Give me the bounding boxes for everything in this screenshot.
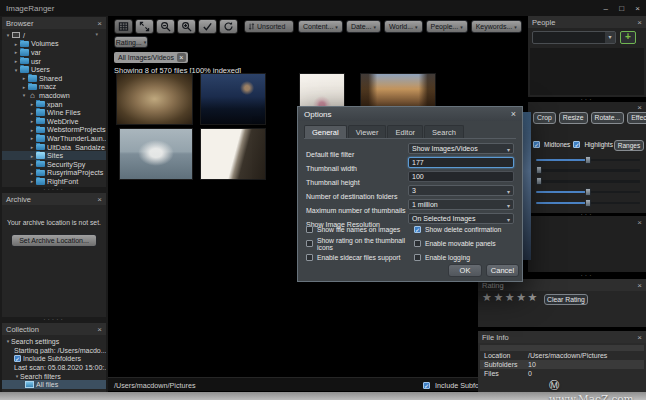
expander-icon[interactable]: ▸ bbox=[29, 110, 35, 116]
close-icon[interactable]: × bbox=[637, 18, 642, 27]
tree-item-usr[interactable]: ▸usr bbox=[2, 57, 106, 66]
refresh-button[interactable] bbox=[219, 19, 238, 34]
tree-item-xpan[interactable]: ▸xpan bbox=[2, 100, 106, 109]
star-icon[interactable]: ★ bbox=[493, 291, 504, 303]
midtones-checkbox[interactable]: ✓Midtones bbox=[533, 141, 570, 148]
panel-splitter[interactable]: ··· bbox=[528, 273, 646, 278]
star-icon[interactable]: ★ bbox=[528, 291, 539, 303]
expander-icon[interactable]: ▾ bbox=[13, 67, 19, 73]
expander-icon[interactable]: ▸ bbox=[29, 144, 35, 150]
tree-item-webstormprojects[interactable]: ▸WebstormProjects bbox=[2, 126, 106, 135]
expander-icon[interactable]: ▸ bbox=[21, 84, 27, 90]
collection-item-all-files[interactable]: All files bbox=[2, 380, 106, 389]
slider-handle[interactable] bbox=[585, 199, 591, 207]
expander-icon[interactable]: ▸ bbox=[29, 127, 35, 133]
tree-item-rusyrimaprojects[interactable]: ▸RusyrimaProjects bbox=[2, 169, 106, 178]
slider-handle[interactable] bbox=[585, 188, 591, 196]
close-icon[interactable]: × bbox=[97, 195, 102, 204]
minimize-button[interactable]: – bbox=[604, 4, 608, 13]
adjustment-slider[interactable] bbox=[536, 198, 640, 207]
chevron-down-icon[interactable]: ▾ bbox=[605, 32, 615, 43]
resize-button[interactable]: Resize bbox=[559, 112, 588, 124]
expander-icon[interactable]: ▸ bbox=[29, 135, 35, 141]
expander-icon[interactable]: ▸ bbox=[21, 75, 27, 81]
collection-item-search-settings[interactable]: ▾Search settings bbox=[2, 337, 106, 346]
expander-icon[interactable]: ▸ bbox=[13, 49, 19, 55]
expander-icon[interactable]: ▸ bbox=[29, 153, 35, 159]
close-icon[interactable]: × bbox=[511, 109, 516, 119]
show-rating-on-the-thumbnail-icons-checkbox[interactable]: Show rating on the thumbnail icons bbox=[306, 237, 412, 251]
tree-item-root[interactable]: ▾/ bbox=[2, 31, 106, 40]
enable-movable-panels-checkbox[interactable]: Enable movable panels bbox=[414, 237, 514, 251]
set-archive-location-button[interactable]: Set Archive Location... bbox=[11, 234, 97, 247]
default-file-filter-dropdown[interactable]: Show Images/Videos▾ bbox=[408, 143, 514, 154]
tree-item-warthunderlaun[interactable]: ▸WarThunderLaun... bbox=[2, 134, 106, 143]
close-icon[interactable]: × bbox=[97, 325, 102, 334]
show-image-resolution-dropdown[interactable]: On Selected Images▾ bbox=[408, 213, 514, 224]
tree-item-macdown[interactable]: ▾⌂macdown bbox=[2, 91, 106, 100]
maximum-number-of-thumbnails-dropdown[interactable]: 1 million▾ bbox=[408, 199, 514, 210]
show-file-names-on-images-checkbox[interactable]: Show file names on images bbox=[306, 226, 412, 233]
tree-item-var[interactable]: ▸var bbox=[2, 48, 106, 57]
effects-button[interactable]: Effects... bbox=[627, 112, 646, 124]
tab-search[interactable]: Search bbox=[424, 125, 464, 139]
select-check-button[interactable] bbox=[198, 19, 217, 34]
include-subfolders-checkbox[interactable]: ✓ Include Subfolders bbox=[423, 381, 481, 390]
slider-handle[interactable] bbox=[536, 166, 542, 174]
expander-icon[interactable]: ▸ bbox=[13, 41, 19, 47]
expander-icon[interactable]: ▸ bbox=[29, 170, 35, 176]
expander-icon[interactable]: ▾ bbox=[21, 92, 27, 98]
checkbox-icon[interactable]: ✓ bbox=[423, 382, 430, 389]
tree-item-macz[interactable]: ▸macz bbox=[2, 83, 106, 92]
enable-logging-checkbox[interactable]: Enable logging bbox=[414, 254, 514, 261]
close-icon[interactable]: × bbox=[97, 19, 102, 28]
tab-general[interactable]: General bbox=[304, 125, 347, 139]
ok-button[interactable]: OK bbox=[448, 264, 482, 277]
active-filter-chip[interactable]: All Images/Videos × bbox=[114, 52, 188, 63]
number-of-destination-folders-dropdown[interactable]: 3▾ bbox=[408, 185, 514, 196]
panel-splitter[interactable]: ····· bbox=[0, 317, 108, 322]
expander-icon[interactable]: ▸ bbox=[29, 178, 35, 184]
zoom-in-button[interactable] bbox=[177, 19, 196, 34]
grid-view-button[interactable] bbox=[114, 19, 133, 34]
star-icon[interactable]: ★ bbox=[516, 291, 527, 303]
thumbnail-white-abstract[interactable] bbox=[200, 128, 266, 180]
expander-icon[interactable]: ▸ bbox=[13, 58, 19, 64]
tree-item-securityspy[interactable]: ▸SecuritySpy bbox=[2, 160, 106, 169]
tab-editor[interactable]: Editor bbox=[387, 125, 423, 139]
adjustment-slider[interactable] bbox=[536, 166, 640, 175]
tab-viewer[interactable]: Viewer bbox=[348, 125, 387, 139]
collection-item-include-subfolders[interactable]: ✓Include Subfolders bbox=[2, 354, 106, 363]
content-button[interactable]: Content...▾ bbox=[298, 20, 343, 33]
close-icon[interactable]: × bbox=[637, 218, 642, 227]
tree-item-wine-files[interactable]: ▸Wine Files bbox=[2, 108, 106, 117]
highlights-checkbox[interactable]: ✓Highlights bbox=[573, 141, 613, 148]
rotate-button[interactable]: Rotate... bbox=[591, 112, 625, 124]
people-button[interactable]: People...▾ bbox=[426, 20, 468, 33]
thumbnail-mountain-lake[interactable] bbox=[119, 128, 193, 180]
expander-icon[interactable]: ▸ bbox=[29, 101, 35, 107]
crop-button[interactable]: Crop bbox=[533, 112, 556, 124]
sort-dropdown[interactable]: Unsorted bbox=[244, 20, 294, 33]
expander-icon[interactable]: ▸ bbox=[29, 118, 35, 124]
collection-item-search-filters[interactable]: ▾Search filters bbox=[2, 372, 106, 381]
tree-item-sites[interactable]: ▸Sites bbox=[2, 151, 106, 160]
rating-filter-button[interactable]: Rating... ▾ bbox=[114, 36, 148, 48]
adjustment-slider[interactable] bbox=[536, 155, 640, 164]
tree-item-users[interactable]: ▾Users bbox=[2, 65, 106, 74]
zoom-out-button[interactable] bbox=[156, 19, 175, 34]
close-icon[interactable]: × bbox=[637, 281, 642, 290]
tree-item-volumes[interactable]: ▸Volumes bbox=[2, 40, 106, 49]
thumbnail-height-input[interactable]: 100 bbox=[408, 171, 514, 182]
thumbnail-antique-map[interactable] bbox=[116, 73, 193, 125]
maximize-button[interactable]: □ bbox=[619, 4, 624, 13]
slider-handle[interactable] bbox=[536, 177, 542, 185]
tree-item-shared[interactable]: ▸Shared bbox=[2, 74, 106, 83]
checkbox-icon[interactable]: ✓ bbox=[14, 355, 21, 362]
adjustment-slider[interactable] bbox=[536, 177, 640, 186]
dialog-titlebar[interactable]: Options × bbox=[298, 107, 522, 121]
close-icon[interactable]: × bbox=[637, 103, 642, 112]
fullscreen-button[interactable] bbox=[135, 19, 154, 34]
adjustment-slider[interactable] bbox=[536, 187, 640, 196]
clear-rating-button[interactable]: Clear Rating bbox=[544, 294, 588, 305]
